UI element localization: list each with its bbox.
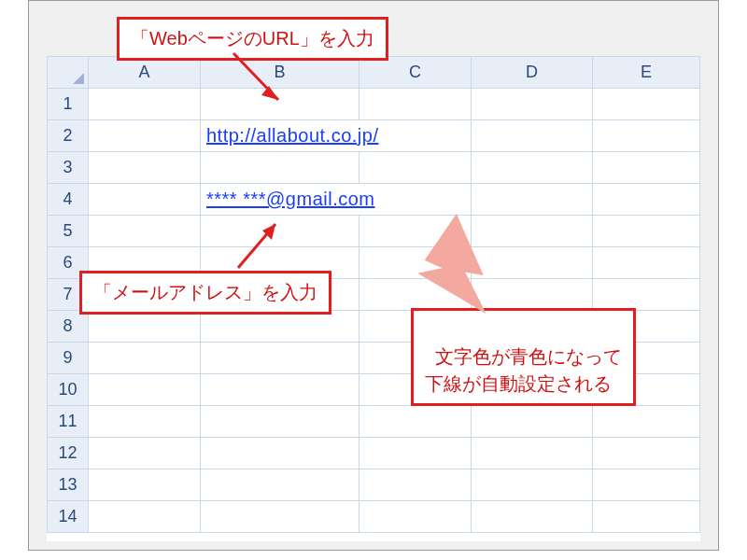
- hyperlink-url[interactable]: http://allabout.co.jp/: [206, 125, 378, 146]
- row-header[interactable]: 12: [48, 438, 89, 469]
- row-header[interactable]: 9: [48, 343, 89, 374]
- cell[interactable]: [201, 469, 359, 501]
- cell[interactable]: [359, 501, 472, 533]
- callout-mail-label: 「メールアドレス」を入力: [79, 271, 331, 315]
- cell-C3[interactable]: [359, 152, 472, 184]
- cell[interactable]: [359, 279, 472, 311]
- cell[interactable]: [472, 279, 593, 311]
- cell[interactable]: [472, 216, 593, 247]
- cell-A3[interactable]: [89, 152, 201, 184]
- cell[interactable]: [359, 469, 472, 501]
- cell-D3[interactable]: [472, 152, 593, 184]
- cell[interactable]: [89, 216, 201, 247]
- cell[interactable]: [472, 247, 593, 279]
- cell-B4[interactable]: **** ***@gmail.com: [201, 184, 472, 216]
- cell-A1[interactable]: [89, 89, 201, 120]
- cell-C1[interactable]: [359, 89, 472, 120]
- cell[interactable]: [201, 216, 359, 247]
- col-header-A[interactable]: A: [89, 57, 201, 89]
- row-header[interactable]: 5: [48, 216, 89, 247]
- table-row: 13: [48, 469, 700, 501]
- cell-A4[interactable]: [89, 184, 201, 216]
- table-row: 3: [48, 152, 700, 184]
- col-header-E[interactable]: E: [593, 57, 700, 89]
- cell-B1[interactable]: [201, 89, 359, 120]
- table-row: 11: [48, 406, 700, 438]
- row-header[interactable]: 2: [48, 120, 89, 152]
- cell[interactable]: [89, 469, 201, 501]
- row-header[interactable]: 10: [48, 374, 89, 406]
- callout-text: 文字色が青色になって 下線が自動設定される: [425, 346, 622, 394]
- cell[interactable]: [89, 343, 201, 374]
- table-row: 14: [48, 501, 700, 533]
- row-header[interactable]: 4: [48, 184, 89, 216]
- table-row: 5: [48, 216, 700, 247]
- cell[interactable]: [593, 279, 700, 311]
- callout-text: 「WebページのURL」を入力: [131, 28, 374, 49]
- row-header[interactable]: 14: [48, 501, 89, 533]
- cell-E2[interactable]: [593, 120, 700, 152]
- cell[interactable]: [472, 438, 593, 469]
- select-all-corner[interactable]: [48, 57, 89, 89]
- cell-E1[interactable]: [593, 89, 700, 120]
- cell-D4[interactable]: [472, 184, 593, 216]
- callout-text: 「メールアドレス」を入力: [93, 282, 317, 302]
- cell[interactable]: [472, 469, 593, 501]
- cell[interactable]: [359, 438, 472, 469]
- cell-A2[interactable]: [89, 120, 201, 152]
- col-header-B[interactable]: B: [201, 57, 359, 89]
- row-header[interactable]: 3: [48, 152, 89, 184]
- cell[interactable]: [201, 311, 359, 343]
- cell[interactable]: [593, 406, 700, 438]
- cell[interactable]: [89, 406, 201, 438]
- row-header[interactable]: 11: [48, 406, 89, 438]
- table-row: 12: [48, 438, 700, 469]
- hyperlink-email[interactable]: **** ***@gmail.com: [206, 189, 374, 209]
- table-row: 1: [48, 89, 700, 120]
- cell[interactable]: [359, 247, 472, 279]
- col-header-C[interactable]: C: [359, 57, 472, 89]
- cell-D1[interactable]: [472, 89, 593, 120]
- cell[interactable]: [593, 247, 700, 279]
- col-header-D[interactable]: D: [472, 57, 593, 89]
- callout-effect-label: 文字色が青色になって 下線が自動設定される: [411, 308, 636, 406]
- cell[interactable]: [201, 438, 359, 469]
- cell-D2[interactable]: [472, 120, 593, 152]
- table-row: 4 **** ***@gmail.com: [48, 184, 700, 216]
- cell[interactable]: [593, 216, 700, 247]
- cell[interactable]: [89, 311, 201, 343]
- cell[interactable]: [593, 469, 700, 501]
- cell-B3[interactable]: [201, 152, 359, 184]
- cell-E3[interactable]: [593, 152, 700, 184]
- table-row: 2 http://allabout.co.jp/: [48, 120, 700, 152]
- cell[interactable]: [359, 216, 472, 247]
- cell[interactable]: [593, 438, 700, 469]
- row-header[interactable]: 1: [48, 89, 89, 120]
- callout-url-label: 「WebページのURL」を入力: [117, 17, 388, 61]
- cell[interactable]: [472, 406, 593, 438]
- cell-E4[interactable]: [593, 184, 700, 216]
- row-header[interactable]: 8: [48, 311, 89, 343]
- cell[interactable]: [89, 438, 201, 469]
- cell[interactable]: [472, 501, 593, 533]
- cell-B2[interactable]: http://allabout.co.jp/: [201, 120, 472, 152]
- cell[interactable]: [201, 501, 359, 533]
- cell[interactable]: [201, 343, 359, 374]
- cell[interactable]: [359, 406, 472, 438]
- cell[interactable]: [89, 501, 201, 533]
- row-header[interactable]: 13: [48, 469, 89, 501]
- cell[interactable]: [89, 374, 201, 406]
- cell[interactable]: [201, 374, 359, 406]
- cell[interactable]: [201, 406, 359, 438]
- cell[interactable]: [593, 501, 700, 533]
